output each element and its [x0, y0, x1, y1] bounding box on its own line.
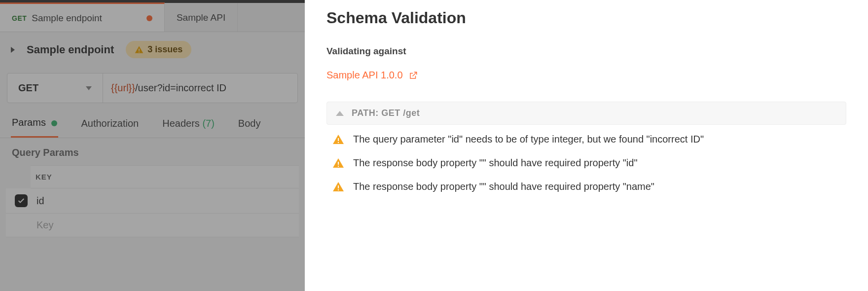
api-schema-name: Sample API 1.0.0 [326, 70, 403, 81]
http-method-select[interactable]: GET [7, 73, 103, 103]
svg-rect-6 [338, 185, 339, 188]
key-column-header: KEY [31, 165, 299, 188]
issues-badge-text: 3 issues [147, 44, 182, 55]
issue-group-header[interactable]: PATH: GET /get [326, 102, 846, 125]
validation-issue[interactable]: The response body property "" should hav… [326, 172, 846, 196]
issues-list: The query parameter "id" needs to be of … [326, 125, 846, 196]
request-name: Sample endpoint [27, 43, 114, 56]
tab-strip: GET Sample endpoint Sample API [0, 3, 305, 32]
query-params-title: Query Params [0, 138, 305, 162]
url-input[interactable]: {{url}}/user?id=incorrect ID [103, 73, 297, 103]
tab-label: Sample API [177, 12, 225, 23]
svg-rect-7 [338, 189, 339, 190]
subtab-headers-label: Headers [162, 118, 200, 129]
params-indicator-icon [51, 120, 57, 126]
query-param-row-new[interactable]: Key [6, 214, 299, 237]
headers-count: (7) [202, 118, 214, 129]
issue-text: The response body property "" should hav… [353, 157, 638, 169]
svg-rect-0 [139, 48, 140, 51]
warning-icon [332, 157, 344, 169]
unsaved-dot-icon [146, 15, 152, 21]
subtab-headers[interactable]: Headers (7) [161, 115, 216, 137]
url-variable: {{url}} [111, 82, 135, 94]
external-link-icon [409, 71, 418, 80]
http-method-value: GET [18, 82, 38, 94]
tab-sample-api[interactable]: Sample API [165, 3, 238, 32]
schema-validation-panel: Schema Validation Validating against Sam… [305, 0, 868, 291]
warning-icon [332, 134, 344, 146]
validation-issue[interactable]: The response body property "" should hav… [326, 148, 846, 172]
check-icon [17, 197, 25, 205]
issues-badge[interactable]: 3 issues [126, 41, 191, 58]
tab-sample-endpoint[interactable]: GET Sample endpoint [0, 2, 165, 32]
warning-icon [332, 181, 344, 193]
issue-text: The query parameter "id" needs to be of … [353, 134, 704, 145]
subtab-body-label: Body [238, 118, 261, 129]
subtab-authorization[interactable]: Authorization [80, 115, 140, 137]
request-title-row: Sample endpoint 3 issues [0, 32, 305, 67]
subtab-body[interactable]: Body [237, 115, 262, 137]
svg-rect-5 [338, 166, 339, 167]
param-enabled-checkbox[interactable] [15, 194, 28, 207]
api-schema-link[interactable]: Sample API 1.0.0 [326, 70, 846, 81]
validation-issue[interactable]: The query parameter "id" needs to be of … [326, 125, 846, 148]
validating-against-label: Validating against [326, 46, 846, 57]
issue-text: The response body property "" should hav… [353, 181, 654, 192]
request-builder-pane: GET Sample endpoint Sample API Sample en… [0, 0, 305, 291]
url-path: /user?id=incorrect ID [135, 82, 226, 94]
subtab-params[interactable]: Params [11, 114, 58, 138]
svg-rect-2 [338, 138, 339, 141]
collapse-caret-icon[interactable] [11, 47, 15, 53]
tab-label: Sample endpoint [32, 13, 102, 24]
collapse-triangle-icon [336, 111, 344, 116]
issue-group-path: PATH: GET /get [352, 108, 420, 118]
request-subtabs: Params Authorization Headers (7) Body [0, 103, 305, 138]
subtab-params-label: Params [12, 117, 46, 128]
chevron-down-icon [86, 86, 92, 90]
request-line: GET {{url}}/user?id=incorrect ID [7, 73, 298, 103]
svg-rect-1 [139, 51, 140, 52]
param-key-placeholder[interactable]: Key [36, 219, 53, 231]
svg-rect-3 [338, 142, 339, 143]
warning-icon [135, 45, 144, 54]
query-param-row[interactable]: id [6, 188, 299, 214]
svg-rect-4 [338, 162, 339, 165]
param-key[interactable]: id [36, 195, 44, 207]
tab-method-badge: GET [12, 14, 27, 22]
subtab-authorization-label: Authorization [81, 118, 139, 129]
panel-title: Schema Validation [326, 9, 846, 27]
